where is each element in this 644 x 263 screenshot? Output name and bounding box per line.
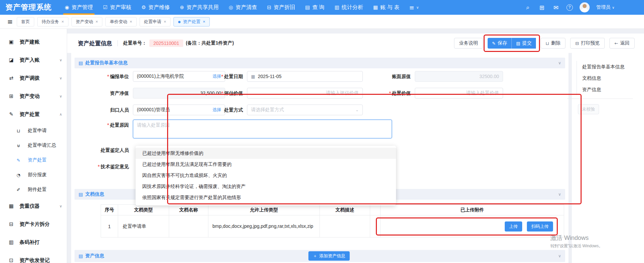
chevron-down-icon[interactable]: ∨ [558, 61, 561, 65]
section-assets-header[interactable]: ▤ 资产信息 ＋添加资产信息 ∨ [75, 250, 565, 262]
scan-upload-button[interactable]: 扫码上传 [527, 221, 553, 232]
anchor-basic-info[interactable]: 处置报告单基本信息 [582, 61, 644, 72]
cell-doc-type: 处置申请单 [118, 215, 169, 238]
sidebar-subitem-disposal-summary[interactable]: ⊎处置申请汇总 [0, 138, 67, 153]
tab-unit-price-change[interactable]: 单价变动× [105, 17, 137, 26]
tab-todo[interactable]: 待办业务× [37, 17, 68, 26]
topnav-asset-sharing[interactable]: ⊕资产共享共用 [175, 0, 224, 15]
close-icon[interactable]: × [203, 19, 205, 24]
col-doc-name: 文档名称 [169, 205, 208, 215]
sidebar-subitem-asset-disposal[interactable]: ✎资产处置 [0, 153, 67, 168]
field-label: 处置方式 [197, 105, 247, 115]
disposal-form-card: ▤ 处置报告单基本信息 ∨ 编报单位 (000001)上海电机学院选择 处置日期… [71, 53, 568, 263]
help-icon[interactable]: ? [566, 4, 573, 11]
page-header: 资产处置信息 处置单号： 2025110001 (备注：共处置1件资产) 业务说… [67, 34, 644, 53]
appraisal-value-input[interactable]: 请输入评估价值 [247, 88, 363, 98]
business-help-button[interactable]: 业务说明 [454, 38, 483, 49]
sidebar-item-barcode-reprint[interactable]: ▥条码补打 [0, 233, 67, 251]
book-value-input: 32500.00 [415, 71, 503, 82]
trash-icon: ⊎ [16, 143, 21, 148]
submit-button[interactable]: ▤提交 [512, 38, 536, 49]
sidebar-item-asset-create[interactable]: ▣资产建账 [0, 33, 67, 51]
chevron-down-icon[interactable]: ∨ [558, 192, 561, 197]
sidebar-subitem-attachment-disposal[interactable]: ✐附件处置 [0, 182, 67, 197]
topnav-asset-audit[interactable]: ☑资产审核 [98, 0, 136, 15]
anchor-documents[interactable]: 文档信息 [582, 72, 644, 84]
cell-spacer [370, 215, 381, 238]
chevron-down-icon[interactable]: ∨ [558, 254, 561, 258]
statistics-icon: ▥ [335, 4, 339, 10]
asset-repair-icon: ⚙ [142, 4, 146, 10]
field-disposal-method: 处置方式 请选择处置方式⌄ [197, 105, 363, 115]
section-basic-info-header[interactable]: ▤ 处置报告单基本信息 ∨ [75, 58, 565, 68]
attachment-icon: ✐ [16, 187, 21, 192]
edit-icon: ✎ [492, 41, 496, 46]
disposal-method-select[interactable]: 请选择处置方式⌄ [247, 105, 363, 115]
sidebar-item-asset-disposal[interactable]: ✎资产处置∧ [0, 105, 67, 123]
instrument-icon: ▦ [8, 203, 14, 209]
mail-icon[interactable]: ✉ [552, 4, 560, 11]
dropdown-option[interactable]: 已超过使用年限无维修价值的 [136, 148, 396, 159]
field-label: 技术鉴定意见 [83, 161, 133, 172]
dropdown-option[interactable]: 依照国家有关规定需要进行资产处置的其他情形 [136, 192, 396, 203]
field-label: 处置日期 [197, 71, 247, 82]
topnav-more-menu[interactable]: ≡∨ [404, 0, 424, 15]
sidebar-item-precious-instruments[interactable]: ▦贵重仪器∨ [0, 197, 67, 215]
back-button[interactable]: ←返回 [609, 38, 635, 49]
topnav-asset-check[interactable]: ◎资产清查 [224, 0, 262, 15]
topnav-query[interactable]: ▤查 询 [300, 0, 330, 15]
order-note: (备注：共处置1件资产) [186, 40, 234, 46]
apps-grid-icon[interactable]: ⊞ [538, 4, 546, 11]
dropdown-option[interactable]: 因技术原因并经科学论证，确需报废、淘汰的资产 [136, 181, 396, 192]
asset-sharing-icon: ⊕ [180, 4, 184, 10]
sidebar-item-asset-change[interactable]: ⊞资产变动∨ [0, 87, 67, 105]
upload-button[interactable]: 上传 [505, 221, 522, 232]
topnav-asset-management[interactable]: ◉资产管理 [60, 0, 98, 15]
sidebar-item-asset-entry[interactable]: ◪资产入账∨ [0, 51, 67, 69]
close-icon[interactable]: × [164, 19, 166, 24]
topnav-asset-repair[interactable]: ⚙资产维修 [137, 0, 175, 15]
close-icon[interactable]: × [96, 19, 98, 24]
dropdown-option[interactable]: 已超过使用年限且无法满足现有工作需要的 [136, 159, 396, 170]
chevron-down-icon: ∨ [416, 5, 419, 10]
close-icon[interactable]: × [61, 19, 64, 24]
field-label: 资产净值 [83, 88, 133, 98]
asset-audit-icon: ☑ [103, 4, 107, 10]
tab-asset-change[interactable]: 资产变动× [71, 17, 103, 26]
dropdown-option[interactable]: 因自然灾害等不可抗力造成损坏、火灾的 [136, 170, 396, 181]
topnav-ledger[interactable]: ▦账 与 表 [368, 0, 404, 15]
topnav-asset-depreciation[interactable]: ⊟资产折旧 [262, 0, 300, 15]
tab-disposal-request[interactable]: 处置申请× [140, 17, 171, 26]
disposal-reason-textarea[interactable]: 请输入处置原因 [133, 120, 392, 138]
add-asset-button[interactable]: ＋添加资产信息 [308, 251, 350, 261]
sidebar-item-asset-transfer[interactable]: ⇄资产调拨∨ [0, 69, 67, 87]
disposal-date-input[interactable]: ▦2025-11-05 [247, 71, 363, 82]
chevron-down-icon: ∨ [59, 58, 62, 62]
entry-icon: ◪ [8, 57, 14, 63]
chevron-down-icon: ⌄ [355, 108, 359, 112]
sidebar-subitem-disposal-request[interactable]: ⊔处置申请 [0, 123, 67, 138]
sidebar-collapse-icon[interactable]: ≡ [3, 18, 17, 26]
field-book-value: 账面原值 32500.00 [365, 71, 503, 82]
documents-table: 序号 文档类型 文档名称 允许上传类型 文档描述 已上传附件 1 处置申请单 [101, 204, 564, 238]
anchor-assets[interactable]: 资产信息 [582, 84, 644, 95]
topnav-statistics[interactable]: ▥统计分析 [330, 0, 368, 15]
col-spacer [370, 205, 381, 215]
save-button[interactable]: ✎保存 [488, 38, 512, 49]
sidebar-subitem-partial-scrap[interactable]: ◔部分报废 [0, 168, 67, 182]
sidebar-item-asset-receipt[interactable]: ⊡资产收发登记 [0, 251, 67, 263]
disposal-value-input[interactable]: 请输入处置价值 [415, 88, 503, 98]
delete-button[interactable]: ⊔删除 [541, 38, 565, 49]
tab-asset-disposal[interactable]: ●资产处置× [174, 17, 209, 26]
field-label: 归口人员 [83, 105, 133, 115]
search-icon[interactable]: ⌕ [524, 4, 532, 11]
close-icon[interactable]: × [130, 19, 132, 24]
user-menu[interactable]: 管理员∨ [596, 4, 614, 10]
page-title: 资产处置信息 [78, 40, 112, 47]
change-icon: ⊞ [8, 93, 14, 99]
user-avatar[interactable] [580, 2, 590, 12]
print-preview-button[interactable]: ⊟打印预览 [570, 38, 605, 49]
sidebar-item-card-split[interactable]: ⊟资产卡片拆分 [0, 215, 67, 233]
trash-icon: ⊔ [16, 128, 21, 133]
tab-home[interactable]: 首页 [17, 17, 34, 26]
